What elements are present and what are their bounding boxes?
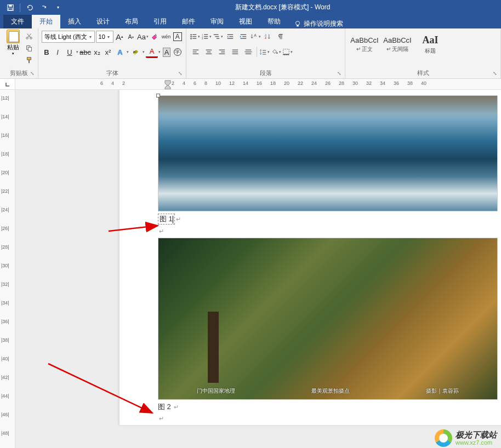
- tab-layout[interactable]: 布局: [117, 15, 146, 28]
- tab-design[interactable]: 设计: [89, 15, 117, 28]
- text-direction-button[interactable]: A▾: [251, 33, 261, 41]
- shrink-font-button[interactable]: A▾: [126, 31, 136, 43]
- hanging-indent-marker[interactable]: [164, 84, 171, 89]
- svg-text:A: A: [254, 33, 257, 37]
- ruler-tick: 14: [243, 81, 248, 86]
- multilevel-button[interactable]: ▾: [213, 33, 223, 41]
- ruler-tick: |14|: [1, 114, 9, 119]
- format-painter-button[interactable]: [23, 55, 35, 66]
- tab-file[interactable]: 文件: [3, 15, 32, 28]
- italic-button[interactable]: I: [53, 46, 62, 58]
- ruler-tick: |42|: [1, 375, 9, 380]
- ruler-tick: 4: [183, 81, 185, 86]
- strikethrough-button[interactable]: abc: [79, 46, 91, 58]
- highlight-button[interactable]: ab▾: [130, 46, 145, 58]
- decrease-indent-button[interactable]: [224, 31, 236, 43]
- subscript-button[interactable]: x₂: [92, 46, 102, 58]
- style-name: ↵ 无间隔: [386, 45, 409, 53]
- ruler-horizontal[interactable]: 642246810121416182022242628303234363840: [0, 79, 501, 90]
- numbering-button[interactable]: 123▾: [201, 33, 212, 41]
- ribbon-tabs: 文件 开始 插入 设计 布局 引用 邮件 审阅 视图 帮助 操作说明搜索: [0, 15, 501, 28]
- font-name-combo[interactable]: 等线 Light (西文▾: [42, 31, 95, 43]
- bold-button[interactable]: B: [42, 46, 52, 58]
- document-canvas[interactable]: 图 1↵ ↵ 门中国国家地理 最美观景拍摄点 摄影｜袁蓉荪 图 2 ↵ ↵: [15, 90, 501, 448]
- svg-rect-10: [29, 60, 30, 63]
- font-color-button[interactable]: A▾: [146, 46, 161, 58]
- tab-home[interactable]: 开始: [32, 15, 60, 28]
- tab-help[interactable]: 帮助: [260, 15, 288, 28]
- style-item[interactable]: AaBbCcI↵ 无间隔: [382, 30, 413, 59]
- svg-rect-26: [215, 36, 219, 37]
- tab-selector[interactable]: [0, 79, 15, 89]
- svg-rect-25: [214, 35, 219, 35]
- sort-button[interactable]: AZ: [262, 31, 274, 43]
- align-center-button[interactable]: [203, 46, 215, 58]
- document-image-2[interactable]: 门中国国家地理 最美观景拍摄点 摄影｜袁蓉荪: [158, 238, 498, 400]
- increase-indent-button[interactable]: [237, 31, 249, 43]
- ruler-tick: |28|: [1, 244, 9, 250]
- paste-button[interactable]: 粘贴 ▾: [3, 30, 23, 56]
- tab-insert[interactable]: 插入: [60, 15, 89, 28]
- font-launcher[interactable]: ⤡: [178, 71, 185, 77]
- styles-launcher[interactable]: ⤡: [493, 71, 499, 77]
- align-justify-icon: [231, 48, 239, 56]
- enclose-char-button[interactable]: 字: [173, 46, 183, 58]
- tell-me-search[interactable]: 操作说明搜索: [288, 19, 349, 28]
- svg-rect-45: [219, 54, 225, 54]
- copy-button[interactable]: [23, 43, 35, 54]
- svg-rect-42: [206, 54, 212, 54]
- ruler-tick: |38|: [1, 337, 9, 343]
- ruler-tick: 6: [193, 81, 196, 86]
- redo-button[interactable]: [38, 2, 50, 14]
- underline-button[interactable]: U▾: [64, 46, 78, 58]
- style-item[interactable]: AaI标题: [414, 30, 446, 59]
- show-marks-button[interactable]: [275, 31, 287, 43]
- tab-mailings[interactable]: 邮件: [174, 15, 203, 28]
- document-image-1[interactable]: [158, 95, 498, 211]
- text-effects-button[interactable]: A▾: [114, 46, 129, 58]
- borders-button[interactable]: ▾: [282, 48, 293, 56]
- font-size-combo[interactable]: 10▾: [96, 31, 113, 43]
- paste-label: 粘贴: [7, 43, 19, 51]
- tab-references[interactable]: 引用: [146, 15, 174, 28]
- qat-customize[interactable]: ▾: [52, 2, 64, 14]
- align-justify-button[interactable]: [229, 46, 241, 58]
- phonetic-button[interactable]: wén: [161, 31, 172, 43]
- svg-rect-8: [28, 47, 31, 51]
- grow-font-button[interactable]: A▴: [115, 31, 125, 43]
- undo-button[interactable]: [24, 2, 36, 14]
- ruler-vertical[interactable]: |12||14||16||18||20||22||24||26||28||30|…: [0, 90, 15, 448]
- style-item[interactable]: AaBbCcI↵ 正文: [349, 30, 380, 59]
- char-border-button[interactable]: A: [172, 31, 183, 43]
- tab-view[interactable]: 视图: [231, 15, 260, 28]
- shading-button[interactable]: ▾: [271, 48, 281, 56]
- svg-rect-41: [207, 51, 211, 52]
- svg-rect-32: [242, 36, 246, 37]
- group-font: 等线 Light (西文▾ 10▾ A▴ A▾ Aa▾ A wén A B I …: [38, 28, 186, 78]
- clear-format-button[interactable]: A: [150, 31, 160, 43]
- caption-1[interactable]: 图 1↵: [158, 211, 501, 227]
- superscript-button[interactable]: x²: [103, 46, 113, 58]
- font-group-label: 字体: [38, 68, 186, 78]
- align-left-button[interactable]: [190, 46, 202, 58]
- bullets-button[interactable]: ▾: [190, 33, 200, 41]
- group-clipboard: 粘贴 ▾ 剪贴板 ⤡: [0, 28, 38, 78]
- align-right-button[interactable]: [216, 46, 228, 58]
- svg-rect-49: [246, 50, 252, 50]
- save-button[interactable]: [4, 2, 16, 14]
- copy-icon: [25, 44, 33, 52]
- change-case-button[interactable]: Aa▾: [137, 31, 149, 43]
- svg-rect-29: [229, 36, 233, 37]
- cut-button[interactable]: [23, 31, 35, 42]
- caption-2[interactable]: 图 2 ↵: [158, 400, 501, 414]
- line-spacing-button[interactable]: ▾: [259, 48, 270, 56]
- ruler-tick: |30|: [1, 263, 9, 268]
- svg-rect-51: [246, 54, 252, 54]
- clipboard-launcher[interactable]: ⤡: [30, 71, 37, 77]
- tab-review[interactable]: 审阅: [203, 15, 231, 28]
- resize-handle[interactable]: [156, 94, 160, 97]
- align-distribute-button[interactable]: [242, 46, 254, 58]
- paragraph-launcher[interactable]: ⤡: [337, 71, 344, 77]
- char-shading-button[interactable]: A: [162, 46, 172, 58]
- redo-icon: [40, 4, 48, 12]
